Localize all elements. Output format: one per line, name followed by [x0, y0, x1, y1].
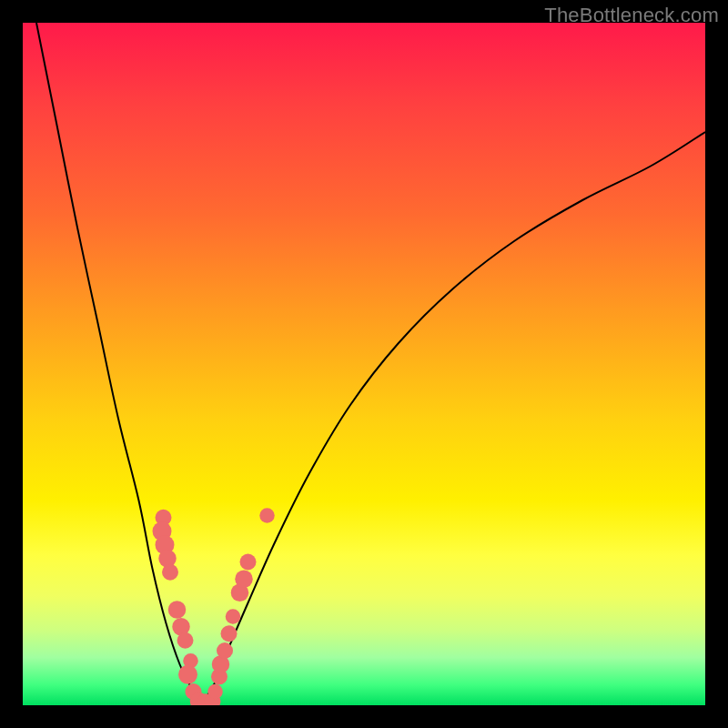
marker-point: [226, 609, 241, 624]
marker-point: [168, 601, 187, 618]
plot-area: [23, 23, 705, 705]
data-markers: [153, 508, 275, 705]
chart-frame: TheBottleneck.com: [0, 0, 728, 728]
curve-right-branch: [200, 132, 705, 705]
bottleneck-curve: [36, 23, 705, 705]
marker-point: [240, 554, 257, 571]
marker-point: [235, 571, 253, 588]
marker-point: [259, 508, 275, 522]
marker-point: [217, 642, 233, 659]
marker-point: [178, 665, 197, 684]
watermark-text: TheBottleneck.com: [544, 4, 719, 27]
marker-point: [162, 564, 178, 581]
chart-svg: [23, 23, 705, 705]
marker-point: [207, 684, 223, 700]
marker-point: [221, 625, 238, 642]
marker-point: [177, 632, 193, 649]
